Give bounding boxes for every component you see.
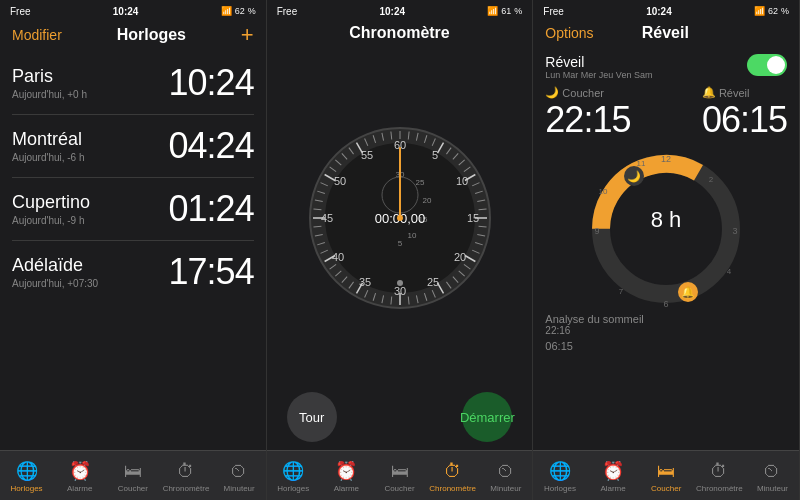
svg-text:25: 25 xyxy=(415,178,424,187)
tab-horloges-3[interactable]: 🌐 Horloges xyxy=(533,460,586,493)
stopwatch-buttons: Tour Démarrer xyxy=(267,384,533,450)
carrier-2: Free xyxy=(277,6,298,17)
panel-horloges: Free 10:24 📶 62% Modifier Horloges + Par… xyxy=(0,0,267,500)
add-clock-button[interactable]: + xyxy=(241,24,254,46)
status-bar-3: Free 10:24 📶 62% xyxy=(533,0,799,20)
svg-text:20: 20 xyxy=(453,251,465,263)
svg-text:4: 4 xyxy=(727,267,732,276)
svg-text:30: 30 xyxy=(393,285,405,297)
tab-label-minuteur-2: Minuteur xyxy=(490,484,521,493)
clock-time-cupertino: 01:24 xyxy=(169,188,254,230)
bed-icon-3: 🛏 xyxy=(657,461,675,482)
status-bar-1: Free 10:24 📶 62% xyxy=(0,0,266,20)
globe-icon-3: 🌐 xyxy=(549,460,571,482)
tab-chrono-2[interactable]: ⏱ Chronomètre xyxy=(426,461,479,493)
sleep-time-block: 🌙 Coucher 22:15 xyxy=(545,86,630,141)
alarm-icon-3: ⏰ xyxy=(602,460,624,482)
clock-info-adelaide: Adélaïde Aujourd'hui, +07:30 xyxy=(12,255,98,289)
tab-coucher-3[interactable]: 🛏 Coucher xyxy=(640,461,693,493)
svg-text:6: 6 xyxy=(664,299,669,309)
nav-bar-2: Chronomètre xyxy=(267,20,533,48)
tab-chrono-1[interactable]: ⏱ Chronomètre xyxy=(159,461,212,493)
carrier-1: Free xyxy=(10,6,31,17)
tab-label-horloges-2: Horloges xyxy=(277,484,309,493)
time-2: 10:24 xyxy=(379,6,405,17)
alarm-label-block: Réveil Lun Mar Mer Jeu Ven Sam xyxy=(545,54,652,80)
svg-text:7: 7 xyxy=(619,287,624,296)
timer-icon-3: ⏲ xyxy=(763,461,781,482)
bed-icon-1: 🛏 xyxy=(124,461,142,482)
svg-point-83 xyxy=(397,215,403,221)
tab-coucher-1[interactable]: 🛏 Coucher xyxy=(106,461,159,493)
tab-label-coucher-1: Coucher xyxy=(118,484,148,493)
donut-area: 12 3 6 9 2 4 7 10 11 🌙 🔔 8 h xyxy=(545,149,787,309)
clock-sub-paris: Aujourd'hui, +0 h xyxy=(12,89,87,100)
timer-icon-1: ⏲ xyxy=(230,461,248,482)
battery-2: 📶 61% xyxy=(487,6,522,16)
clock-city-paris: Paris xyxy=(12,66,87,87)
tab-alarme-1[interactable]: ⏰ Alarme xyxy=(53,460,106,493)
svg-text:10: 10 xyxy=(407,231,416,240)
svg-text:5: 5 xyxy=(397,239,402,248)
time-1: 10:24 xyxy=(113,6,139,17)
nav-title-3: Réveil xyxy=(642,24,689,42)
alarm-toggle[interactable] xyxy=(747,54,787,76)
tab-minuteur-2[interactable]: ⏲ Minuteur xyxy=(479,461,532,493)
svg-text:🌙: 🌙 xyxy=(627,169,641,183)
sleep-time[interactable]: 22:15 xyxy=(545,99,630,141)
nav-title-1: Horloges xyxy=(117,26,186,44)
clock-info-paris: Paris Aujourd'hui, +0 h xyxy=(12,66,87,100)
svg-text:5: 5 xyxy=(431,149,437,161)
options-button[interactable]: Options xyxy=(545,25,593,41)
svg-text:25: 25 xyxy=(426,276,438,288)
tab-bar-2: 🌐 Horloges ⏰ Alarme 🛏 Coucher ⏱ Chronomè… xyxy=(267,450,533,500)
svg-text:20: 20 xyxy=(422,196,431,205)
clock-city-montreal: Montréal xyxy=(12,129,85,150)
tab-coucher-2[interactable]: 🛏 Coucher xyxy=(373,461,426,493)
clock-item-montreal: Montréal Aujourd'hui, -6 h 04:24 xyxy=(12,115,254,178)
tab-bar-1: 🌐 Horloges ⏰ Alarme 🛏 Coucher ⏱ Chronomè… xyxy=(0,450,266,500)
clock-sub-montreal: Aujourd'hui, -6 h xyxy=(12,152,85,163)
battery-3: 📶 62% xyxy=(754,6,789,16)
tab-label-alarme-1: Alarme xyxy=(67,484,92,493)
tab-minuteur-1[interactable]: ⏲ Minuteur xyxy=(213,461,266,493)
start-button[interactable]: Démarrer xyxy=(462,392,512,442)
stopwatch-icon-1: ⏱ xyxy=(177,461,195,482)
panel-reveil: Free 10:24 📶 62% Options Réveil Réveil L… xyxy=(533,0,800,500)
clock-sub-adelaide: Aujourd'hui, +07:30 xyxy=(12,278,98,289)
modify-button[interactable]: Modifier xyxy=(12,27,62,43)
clock-info-montreal: Montréal Aujourd'hui, -6 h xyxy=(12,129,85,163)
svg-text:3: 3 xyxy=(733,226,738,236)
tab-label-alarme-3: Alarme xyxy=(600,484,625,493)
bed-icon-2: 🛏 xyxy=(391,461,409,482)
battery-1: 📶 62% xyxy=(221,6,256,16)
svg-text:9: 9 xyxy=(595,226,600,236)
tab-chrono-3[interactable]: ⏱ Chronomètre xyxy=(693,461,746,493)
svg-text:2: 2 xyxy=(709,175,714,184)
svg-text:50: 50 xyxy=(333,175,345,187)
tab-alarme-3[interactable]: ⏰ Alarme xyxy=(586,460,639,493)
svg-text:11: 11 xyxy=(637,159,646,168)
clock-time-paris: 10:24 xyxy=(169,62,254,104)
tour-button[interactable]: Tour xyxy=(287,392,337,442)
alarm-icon-2: ⏰ xyxy=(335,460,357,482)
tab-horloges-1[interactable]: 🌐 Horloges xyxy=(0,460,53,493)
svg-text:10: 10 xyxy=(455,175,467,187)
svg-text:45: 45 xyxy=(320,212,332,224)
tab-label-coucher-3: Coucher xyxy=(651,484,681,493)
wake-time[interactable]: 06:15 xyxy=(702,99,787,141)
time-3: 10:24 xyxy=(646,6,672,17)
svg-text:12: 12 xyxy=(661,154,671,164)
clock-info-cupertino: Cupertino Aujourd'hui, -9 h xyxy=(12,192,90,226)
tab-minuteur-3[interactable]: ⏲ Minuteur xyxy=(746,461,799,493)
clock-time-montreal: 04:24 xyxy=(169,125,254,167)
stopwatch-dial: 60 5 10 15 20 25 30 35 40 45 50 55 30 25… xyxy=(305,123,495,313)
alarm-content: Réveil Lun Mar Mer Jeu Ven Sam 🌙 Coucher… xyxy=(533,48,799,450)
toggle-knob xyxy=(767,56,785,74)
globe-icon-2: 🌐 xyxy=(282,460,304,482)
tab-alarme-2[interactable]: ⏰ Alarme xyxy=(320,460,373,493)
nav-bar-3: Options Réveil xyxy=(533,20,799,48)
stopwatch-icon-3: ⏱ xyxy=(710,461,728,482)
tab-horloges-2[interactable]: 🌐 Horloges xyxy=(267,460,320,493)
stopwatch-area: 60 5 10 15 20 25 30 35 40 45 50 55 30 25… xyxy=(267,48,533,384)
